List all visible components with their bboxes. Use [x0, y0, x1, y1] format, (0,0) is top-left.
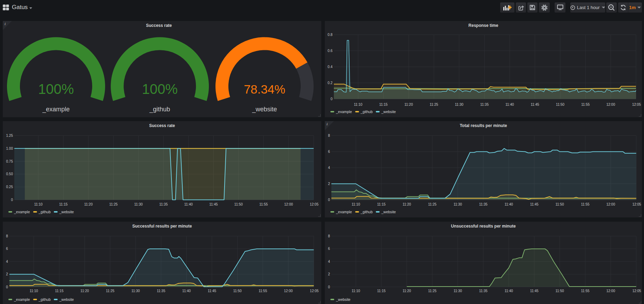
- svg-text:11:10: 11:10: [352, 289, 360, 293]
- svg-text:11:35: 11:35: [157, 289, 166, 293]
- svg-text:11:30: 11:30: [454, 202, 462, 206]
- svg-text:11:25: 11:25: [428, 289, 437, 293]
- svg-text:1.25: 1.25: [6, 134, 13, 138]
- svg-text:11:20: 11:20: [84, 202, 93, 206]
- svg-text:11:25: 11:25: [109, 202, 118, 206]
- svg-text:11:20: 11:20: [403, 289, 411, 293]
- svg-text:11:30: 11:30: [134, 202, 143, 206]
- svg-text:12:00: 12:00: [284, 289, 293, 293]
- svg-text:11:25: 11:25: [430, 103, 438, 106]
- svg-text:12:05: 12:05: [310, 202, 319, 206]
- svg-text:11:55: 11:55: [581, 103, 590, 106]
- svg-text:0.8: 0.8: [328, 33, 332, 37]
- svg-text:11:50: 11:50: [556, 202, 564, 206]
- svg-text:8: 8: [328, 234, 330, 238]
- svg-text:11:55: 11:55: [581, 202, 590, 206]
- svg-text:2: 2: [6, 272, 8, 276]
- svg-text:_website: _website: [252, 106, 277, 113]
- svg-text:11:15: 11:15: [377, 289, 386, 293]
- svg-text:6: 6: [328, 150, 330, 154]
- svg-text:11:15: 11:15: [59, 202, 68, 206]
- svg-text:11:55: 11:55: [581, 289, 590, 293]
- svg-text:2: 2: [328, 182, 330, 186]
- svg-text:12:00: 12:00: [284, 202, 293, 206]
- svg-text:11:50: 11:50: [556, 289, 564, 293]
- svg-text:11:55: 11:55: [258, 289, 267, 293]
- svg-text:0.6: 0.6: [328, 49, 332, 53]
- svg-text:0.75: 0.75: [6, 160, 13, 163]
- svg-text:11:10: 11:10: [352, 202, 360, 206]
- svg-text:12:05: 12:05: [310, 289, 319, 293]
- svg-text:0: 0: [11, 198, 13, 202]
- svg-text:12:00: 12:00: [606, 202, 615, 206]
- svg-text:2: 2: [328, 272, 330, 276]
- svg-text:11:30: 11:30: [455, 103, 464, 106]
- svg-text:11:50: 11:50: [556, 103, 565, 106]
- svg-text:12:00: 12:00: [606, 103, 615, 106]
- svg-text:0.50: 0.50: [6, 172, 13, 176]
- svg-text:0: 0: [330, 97, 332, 101]
- svg-text:4: 4: [6, 260, 8, 264]
- svg-text:11:15: 11:15: [55, 289, 64, 293]
- svg-text:11:25: 11:25: [106, 289, 115, 293]
- svg-text:11:35: 11:35: [480, 103, 489, 106]
- svg-text:11:40: 11:40: [182, 289, 191, 293]
- svg-text:11:45: 11:45: [208, 289, 217, 293]
- svg-text:1.00: 1.00: [6, 147, 13, 150]
- svg-text:11:20: 11:20: [404, 103, 413, 106]
- svg-text:11:20: 11:20: [403, 202, 411, 206]
- svg-text:11:15: 11:15: [379, 103, 388, 106]
- svg-text:100%: 100%: [142, 81, 177, 97]
- svg-text:4: 4: [328, 260, 330, 264]
- svg-text:11:10: 11:10: [34, 202, 43, 206]
- svg-text:11:35: 11:35: [479, 202, 488, 206]
- svg-text:11:40: 11:40: [505, 289, 513, 293]
- svg-text:0.25: 0.25: [6, 185, 13, 189]
- svg-text:12:05: 12:05: [632, 202, 641, 206]
- svg-text:12:05: 12:05: [632, 103, 641, 106]
- svg-text:11:55: 11:55: [259, 202, 268, 206]
- svg-text:_example: _example: [42, 106, 69, 113]
- svg-text:0.2: 0.2: [328, 81, 332, 85]
- svg-text:11:25: 11:25: [428, 202, 437, 206]
- svg-text:6: 6: [328, 247, 330, 251]
- svg-text:0.4: 0.4: [328, 65, 332, 69]
- svg-text:12:05: 12:05: [632, 289, 641, 293]
- svg-text:11:40: 11:40: [184, 202, 193, 206]
- svg-text:11:50: 11:50: [234, 202, 243, 206]
- svg-text:0: 0: [328, 198, 330, 202]
- svg-text:11:30: 11:30: [454, 289, 462, 293]
- svg-text:11:45: 11:45: [531, 103, 540, 106]
- svg-text:11:45: 11:45: [209, 202, 218, 206]
- svg-text:100%: 100%: [38, 81, 74, 97]
- svg-text:0: 0: [328, 285, 330, 289]
- svg-text:11:45: 11:45: [530, 202, 539, 206]
- svg-text:11:30: 11:30: [131, 289, 140, 293]
- svg-text:11:45: 11:45: [530, 289, 539, 293]
- svg-text:11:10: 11:10: [354, 103, 363, 106]
- svg-text:8: 8: [6, 234, 8, 238]
- svg-text:11:15: 11:15: [377, 202, 386, 206]
- svg-text:0: 0: [6, 285, 8, 289]
- svg-text:11:40: 11:40: [505, 202, 513, 206]
- svg-text:6: 6: [6, 247, 8, 251]
- svg-text:8: 8: [328, 134, 330, 138]
- svg-text:11:20: 11:20: [80, 289, 89, 293]
- svg-text:_github: _github: [149, 106, 170, 113]
- svg-text:11:40: 11:40: [505, 103, 514, 106]
- svg-text:4: 4: [328, 166, 330, 170]
- svg-text:12:00: 12:00: [606, 289, 615, 293]
- svg-text:11:50: 11:50: [233, 289, 242, 293]
- svg-text:11:35: 11:35: [159, 202, 168, 206]
- svg-text:78.34%: 78.34%: [244, 82, 285, 96]
- svg-text:11:35: 11:35: [479, 289, 488, 293]
- svg-text:11:10: 11:10: [30, 289, 38, 293]
